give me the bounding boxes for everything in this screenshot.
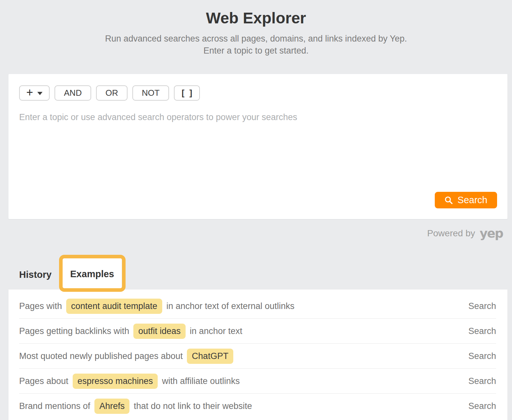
chevron-down-icon [37,92,43,95]
examples-list-panel: Pages with content audit template in anc… [8,290,507,420]
example-prefix: Pages about [19,376,68,386]
example-prefix: Brand mentions of [19,401,90,411]
page-header: Web Explorer Run advanced searches acros… [0,9,512,57]
example-search-link[interactable]: Search [468,401,496,411]
operator-brackets-button[interactable]: [ ] [174,85,200,101]
tab-history[interactable]: History [19,269,52,280]
example-suffix: with affiliate outlinks [162,376,240,386]
subtitle-line-2: Enter a topic to get started. [0,45,512,57]
example-search-link[interactable]: Search [468,351,496,361]
query-input[interactable] [19,112,497,190]
powered-by: Powered by yep [427,227,503,240]
example-search-link[interactable]: Search [468,376,496,386]
web-explorer-page: Web Explorer Run advanced searches acros… [0,0,512,420]
example-highlight: Ahrefs [94,399,129,414]
example-row: Most quoted newly published pages about … [19,344,496,369]
tab-examples[interactable]: Examples [63,258,122,290]
example-suffix: that do not link to their website [134,401,252,411]
search-button-label: Search [457,195,487,205]
example-prefix: Pages with [19,301,62,311]
search-button[interactable]: Search [435,192,497,208]
operator-not-button[interactable]: NOT [132,85,169,101]
example-highlight: content audit template [66,299,162,314]
example-prefix: Pages getting backlinks with [19,326,129,336]
operator-and-button[interactable]: AND [55,85,91,101]
query-builder-panel: + AND OR NOT [ ] Search [8,74,507,219]
powered-by-text: Powered by [427,228,475,239]
page-title: Web Explorer [0,9,512,27]
example-highlight: espresso machines [73,374,158,389]
example-highlight: outfit ideas [133,324,186,339]
plus-icon: + [26,86,33,99]
example-row: Pages about espresso machines with affil… [19,369,496,394]
add-operator-button[interactable]: + [19,85,50,101]
example-highlight: ChatGPT [187,349,233,364]
example-prefix: Most quoted newly published pages about [19,351,183,361]
subtitle-line-1: Run advanced searches across all pages, … [0,33,512,45]
operator-or-button[interactable]: OR [96,85,128,101]
example-search-link[interactable]: Search [468,301,496,311]
example-row: Pages getting backlinks with outfit idea… [19,319,496,344]
example-row: Pages with content audit template in anc… [19,294,496,319]
example-suffix: in anchor text [190,326,242,336]
example-row: Brand mentions of Ahrefs that do not lin… [19,394,496,419]
example-suffix: in anchor text of external outlinks [166,301,295,311]
page-subtitle: Run advanced searches across all pages, … [0,33,512,57]
search-icon [445,196,453,204]
yep-logo: yep [480,227,503,240]
operator-toolbar: + AND OR NOT [ ] [19,85,200,101]
example-search-link[interactable]: Search [468,326,496,336]
